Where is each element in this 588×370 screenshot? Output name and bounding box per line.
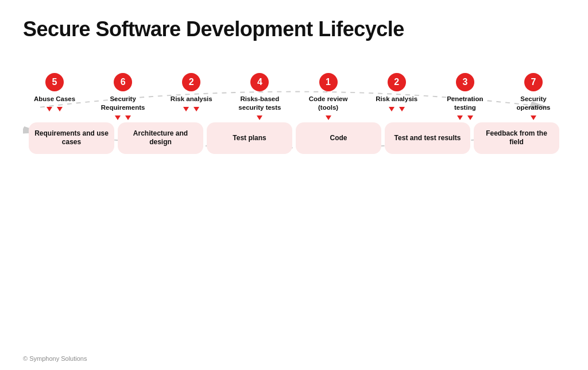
phase-architecture: Architecture and design [118, 122, 203, 154]
step-badge-3: 2 [182, 73, 200, 91]
phases-row: Requirements and use cases Architecture … [23, 122, 565, 154]
step-label-8: Security operations [508, 95, 559, 112]
phase-label-2: Architecture and design [123, 129, 198, 147]
arrow-down [125, 115, 131, 120]
phase-test-results: Test and test results [385, 122, 470, 154]
arrow-down [183, 107, 189, 111]
step-code-review: 1 Code review (tools) [303, 73, 354, 122]
step-badge-2: 6 [114, 73, 132, 91]
step-security-requirements: 6 Security Requirements [97, 73, 149, 122]
step-security-operations: 7 Security operations [508, 73, 559, 122]
step-arrows-4 [257, 115, 262, 120]
step-risk-analysis-2: 2 Risk analysis [371, 73, 423, 114]
diagram-wrapper: 5 Abuse Cases 6 Security Requirements 2 … [23, 73, 565, 154]
step-badge-1: 5 [45, 73, 64, 91]
arrow-down [467, 115, 473, 120]
step-abuse-cases: 5 Abuse Cases [29, 73, 80, 114]
step-arrows-6 [389, 107, 405, 111]
step-risks-based: 4 Risks-based security tests [234, 73, 285, 122]
step-arrows-5 [326, 115, 331, 120]
arrow-down [531, 115, 536, 120]
step-label-3: Risk analysis [171, 95, 212, 103]
phase-requirements: Requirements and use cases [29, 122, 114, 154]
step-badge-8: 7 [524, 73, 543, 91]
step-label-1: Abuse Cases [34, 95, 75, 103]
phase-label-5: Test and test results [394, 134, 461, 143]
step-label-2: Security Requirements [97, 95, 149, 112]
step-penetration-testing: 3 Penetration testing [439, 73, 491, 122]
arrow-down [194, 107, 199, 111]
arrow-down [115, 115, 121, 120]
phase-label-1: Requirements and use cases [34, 129, 109, 147]
step-label-6: Risk analysis [376, 95, 417, 103]
step-label-4: Risks-based security tests [234, 95, 285, 112]
arrow-down [399, 107, 405, 111]
step-badge-7: 3 [456, 73, 474, 91]
arrow-down [326, 115, 331, 120]
step-label-7: Penetration testing [439, 95, 491, 112]
steps-row: 5 Abuse Cases 6 Security Requirements 2 … [23, 73, 565, 122]
phase-feedback: Feedback from the field [474, 122, 559, 154]
step-badge-4: 4 [250, 73, 269, 91]
phase-label-4: Code [330, 134, 347, 143]
phase-test-plans: Test plans [207, 122, 292, 154]
page-title: Secure Software Development Lifecycle [23, 17, 565, 41]
arrow-down [257, 115, 262, 120]
step-risk-analysis-1: 2 Risk analysis [165, 73, 217, 114]
phase-label-3: Test plans [233, 134, 266, 143]
step-arrows-1 [47, 107, 63, 111]
arrow-down [389, 107, 394, 111]
page: Secure Software Development Lifecycle 5 … [0, 0, 588, 370]
arrow-down [47, 107, 52, 111]
step-arrows-2 [115, 115, 131, 120]
phase-label-6: Feedback from the field [479, 129, 554, 147]
step-arrows-3 [183, 107, 199, 111]
arrow-down [457, 115, 463, 120]
step-badge-6: 2 [388, 73, 406, 91]
phase-code: Code [296, 122, 381, 154]
arrow-down [57, 107, 63, 111]
step-arrows-8 [531, 115, 536, 120]
step-label-5: Code review (tools) [303, 95, 354, 112]
step-arrows-7 [457, 115, 473, 120]
step-badge-5: 1 [319, 73, 338, 91]
footer-text: © Symphony Solutions [23, 355, 87, 362]
